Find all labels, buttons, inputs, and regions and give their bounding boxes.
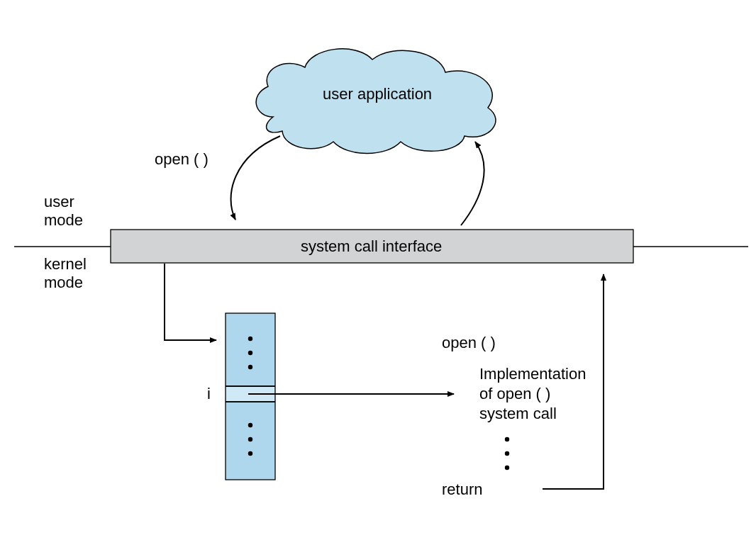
arrow-return-up [461,142,484,225]
diagram-canvas: user application open ( ) user mode kern… [0,0,756,552]
impl-line2-label: of open ( ) [479,385,550,403]
syscall-table [226,313,275,480]
arrow-open-down [231,136,280,220]
diagram-svg [0,0,756,552]
kernel-mode-label-line2: mode [44,274,83,292]
kernel-mode-label-line1: kernel [44,255,87,274]
impl-dot [505,451,509,456]
impl-line3-label: system call [479,405,557,423]
impl-dot [505,437,509,441]
open-call-label: open ( ) [155,150,209,169]
system-call-interface-label: system call interface [301,237,442,256]
user-mode-label-line2: mode [44,211,83,230]
user-application-label: user application [323,85,432,103]
svg-point-11 [248,451,252,456]
open-impl-title-label: open ( ) [442,334,496,352]
impl-line1-label: Implementation [479,365,586,383]
index-i-label: i [207,385,211,403]
svg-point-6 [248,337,252,341]
svg-point-9 [248,423,252,427]
arrow-to-table [165,264,216,340]
svg-point-10 [248,437,252,441]
return-label: return [442,480,482,499]
svg-point-8 [248,365,252,369]
user-mode-label-line1: user [44,193,74,211]
impl-dot [505,466,509,470]
svg-point-7 [248,351,252,355]
